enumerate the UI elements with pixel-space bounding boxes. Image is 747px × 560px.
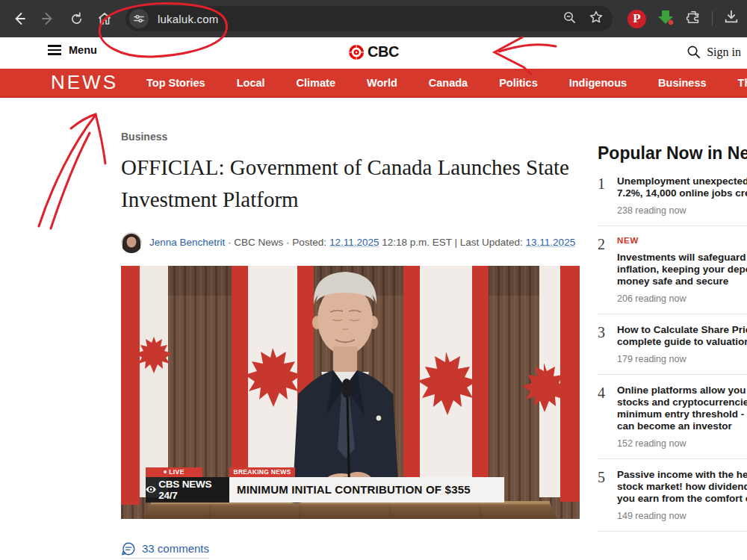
- headline-line: Passive income with the help o: [617, 469, 747, 481]
- popular-headline-2[interactable]: Investments will safeguard aga inflation…: [617, 252, 747, 287]
- sidebar-title: Popular Now in News: [598, 143, 747, 164]
- headline-line: can become an investor: [617, 420, 747, 432]
- adblock-extension-icon[interactable]: [657, 8, 675, 29]
- reading-now-count: 149 reading now: [617, 511, 747, 521]
- nav-item-the-national[interactable]: The National: [738, 77, 747, 89]
- nav-item-top-stories[interactable]: Top Stories: [146, 77, 205, 89]
- news-arrow-shaft-a: [39, 115, 96, 226]
- author-avatar: [121, 232, 142, 253]
- reload-icon: [69, 12, 84, 26]
- extensions-puzzle-icon[interactable]: [685, 9, 701, 28]
- zoom-out-icon[interactable]: [562, 10, 577, 28]
- reading-now-count: 179 reading now: [617, 354, 747, 364]
- downloads-icon[interactable]: [723, 9, 740, 28]
- comment-bubble-icon: [121, 541, 136, 556]
- canada-flag-center-right: [403, 266, 489, 494]
- item-number: 5: [598, 469, 608, 521]
- reading-now-count: 152 reading now: [617, 438, 747, 449]
- news-arrow-head: [71, 114, 105, 164]
- popular-list: 1 Unemployment unexpectedly d 7.2%, 14,0…: [598, 175, 747, 532]
- new-badge: NEW: [617, 236, 747, 245]
- popular-headline-5[interactable]: Passive income with the help o stock mar…: [617, 469, 747, 505]
- address-bar[interactable]: lukaluk.com: [125, 6, 613, 31]
- popular-headline-3[interactable]: How to Calculate Share Price A complete …: [617, 324, 747, 348]
- cbc-gem-icon: [348, 44, 365, 60]
- channel-label: CBS NEWS 24/7: [158, 479, 229, 501]
- home-button[interactable]: [93, 7, 117, 31]
- header-search[interactable]: Sign in: [686, 45, 741, 59]
- article: Business OFFICIAL: Government of Canada …: [121, 131, 580, 559]
- headline-line: 7.2%, 14,000 online jobs created: [617, 187, 747, 199]
- item-number: 2: [598, 236, 608, 304]
- back-icon: [12, 11, 27, 26]
- site-header: Menu CBC Sign in: [0, 37, 747, 69]
- byline-time-text: 12:18 p.m. EST | Last Updated:: [379, 237, 525, 248]
- headline-line: Investments will safeguard aga: [617, 252, 747, 264]
- updated-date-link[interactable]: 13.11.2025: [526, 237, 576, 248]
- cbc-logo[interactable]: CBC: [348, 43, 399, 60]
- hero-image: LIVE BREAKING NEWS CBS NEWS 24/7 MINIMUM…: [121, 266, 580, 519]
- toolbar-divider: [712, 11, 713, 26]
- nav-item-climate[interactable]: Climate: [297, 77, 335, 89]
- article-headline: OFFICIAL: Government of Canada Launches …: [121, 152, 569, 216]
- article-category[interactable]: Business: [121, 131, 580, 143]
- list-item: 4 Online platforms allow you to in stock…: [598, 385, 747, 459]
- live-dot-icon: [164, 470, 167, 473]
- forward-button[interactable]: [36, 7, 60, 31]
- nav-links: Top Stories Local Climate World Canada P…: [146, 77, 747, 89]
- popular-now-sidebar: Popular Now in News 1 Unemployment unexp…: [598, 143, 747, 541]
- headline-line: inflation, keeping your deposits: [617, 264, 747, 276]
- author-link[interactable]: Jenna Benchetrit: [149, 237, 225, 248]
- nav-item-indigenous[interactable]: Indigenous: [569, 77, 627, 89]
- headline-line: stocks and cryptocurrencies wi: [617, 396, 747, 408]
- list-item: 3 How to Calculate Share Price A complet…: [598, 324, 747, 375]
- list-item: 2 NEW Investments will safeguard aga inf…: [598, 236, 747, 314]
- popular-headline-4[interactable]: Online platforms allow you to in stocks …: [617, 385, 747, 432]
- nav-item-world[interactable]: World: [367, 77, 397, 89]
- cbs-eye-icon: [146, 484, 156, 495]
- url-text[interactable]: lukaluk.com: [158, 13, 562, 25]
- headline-line: minimum entry threshold - now: [617, 408, 747, 420]
- menu-button[interactable]: Menu: [48, 44, 97, 56]
- search-icon: [686, 45, 701, 59]
- breaking-news-banner: BREAKING NEWS: [229, 467, 295, 477]
- popular-headline-1[interactable]: Unemployment unexpectedly d 7.2%, 14,000…: [617, 175, 747, 199]
- back-button[interactable]: [7, 7, 31, 31]
- forward-icon: [40, 11, 55, 26]
- news-wordmark[interactable]: NEWS: [51, 71, 118, 94]
- nav-item-local[interactable]: Local: [237, 77, 265, 89]
- news-arrow-shaft-b: [51, 133, 90, 228]
- cbc-wordmark: CBC: [368, 43, 399, 60]
- ticker-text: MINIMUM INITIAL CONTRIBUTION OF $355: [237, 483, 471, 496]
- pinterest-extension-icon[interactable]: P: [627, 10, 646, 28]
- comments-link[interactable]: 33 comments: [121, 541, 209, 559]
- reading-now-count: 206 reading now: [617, 293, 747, 304]
- headline-line: stock market! how dividend sto: [617, 481, 747, 493]
- reading-now-count: 238 reading now: [617, 205, 747, 216]
- sign-in-label: Sign in: [707, 46, 741, 59]
- headline-line: complete guide to valuation an: [617, 336, 747, 348]
- live-label: LIVE: [169, 468, 185, 476]
- posted-date-link[interactable]: 12.11.2025: [329, 237, 379, 248]
- menu-label: Menu: [69, 44, 97, 56]
- headline-line: you earn from the comfort of yo: [617, 493, 747, 505]
- site-settings-icon[interactable]: [129, 9, 149, 28]
- channel-banner: CBS NEWS 24/7: [146, 477, 229, 503]
- news-nav-bar: NEWS Top Stories Local Climate World Can…: [0, 69, 747, 98]
- reload-button[interactable]: [64, 7, 88, 31]
- item-number: 3: [598, 324, 608, 364]
- nav-item-politics[interactable]: Politics: [499, 77, 538, 89]
- bookmark-star-icon[interactable]: [589, 10, 604, 28]
- comments-label: 33 comments: [142, 542, 209, 555]
- list-item: 1 Unemployment unexpectedly d 7.2%, 14,0…: [598, 175, 747, 226]
- item-number: 1: [598, 175, 608, 216]
- nav-item-business[interactable]: Business: [658, 77, 706, 89]
- article-byline: Jenna Benchetrit · CBC News · Posted: 12…: [121, 232, 580, 253]
- headline-line: Online platforms allow you to in: [617, 385, 747, 396]
- byline-text: · CBC News · Posted:: [225, 237, 329, 248]
- item-number: 4: [598, 385, 608, 449]
- browser-toolbar: lukaluk.com P: [0, 0, 747, 37]
- headline-line: Unemployment unexpectedly d: [617, 175, 747, 187]
- nav-item-canada[interactable]: Canada: [429, 77, 468, 89]
- breaking-news-label: BREAKING NEWS: [233, 468, 291, 476]
